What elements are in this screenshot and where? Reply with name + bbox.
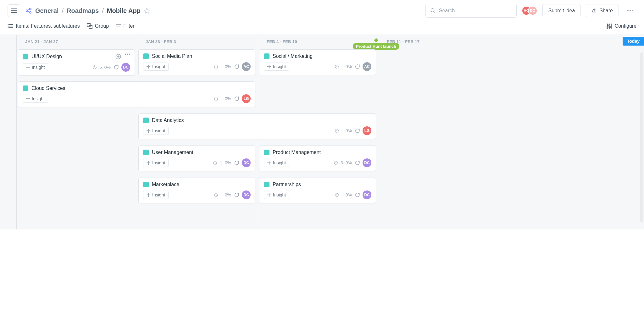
color-tag	[23, 54, 28, 59]
crumb-roadmaps[interactable]: Roadmaps	[67, 7, 99, 14]
column-separator	[16, 35, 17, 229]
crumb-general[interactable]: General	[35, 7, 58, 14]
card-title: Partnerships	[273, 182, 371, 187]
progress-value: 0%	[346, 64, 352, 69]
comments-icon[interactable]	[354, 160, 360, 166]
svg-point-5	[630, 10, 631, 11]
insight-button[interactable]: Insight	[264, 159, 289, 167]
search-box[interactable]	[425, 4, 517, 18]
column-separator	[258, 35, 258, 229]
search-input[interactable]	[439, 8, 512, 14]
card-title: Marketplace	[152, 182, 251, 187]
menu-button[interactable]	[8, 4, 20, 17]
card-metrics: -0%AC	[335, 62, 371, 71]
column-separator	[137, 35, 137, 229]
progress-value: 0%	[225, 96, 231, 101]
progress-value: 0%	[346, 128, 352, 133]
assignee-avatar[interactable]: DC	[363, 190, 371, 199]
configure-button[interactable]: Configure	[607, 23, 636, 29]
count-value: -	[221, 192, 222, 197]
svg-point-4	[627, 10, 629, 11]
card-metrics: -0%LG	[335, 126, 371, 135]
column-label: JAN 21 - JAN 27	[25, 39, 58, 44]
svg-point-6	[632, 10, 633, 11]
assignee-avatar[interactable]: DC	[363, 158, 371, 167]
column-label: JAN 28 - FEB 3	[146, 39, 176, 44]
timeline-card[interactable]: Social Media PlanInsight-0%AC	[138, 49, 255, 75]
comments-icon[interactable]	[234, 96, 239, 102]
svg-point-1	[30, 8, 31, 10]
timeline-card[interactable]: PartnershipsInsight-0%DC	[259, 178, 376, 203]
comments-icon[interactable]	[354, 192, 360, 198]
diamond-icon	[374, 38, 378, 42]
timeline-card[interactable]: User ManagementInsight10%DC	[138, 146, 255, 171]
clock-icon	[214, 96, 218, 101]
assignee-avatar[interactable]: AC	[242, 62, 251, 71]
group-button[interactable]: Group	[87, 23, 109, 29]
insight-button[interactable]: Insight	[264, 191, 289, 199]
assignee-avatar[interactable]: LG	[363, 126, 371, 135]
presence-avatars[interactable]: AC DC	[522, 6, 537, 15]
comments-icon[interactable]	[354, 64, 360, 69]
assignee-avatar[interactable]: DC	[121, 63, 130, 72]
svg-point-8	[8, 26, 9, 27]
count-value: -	[221, 96, 222, 101]
progress-value: 0%	[346, 192, 352, 197]
progress-value: 0%	[225, 192, 231, 197]
today-button[interactable]: Today	[623, 37, 644, 46]
color-tag	[143, 150, 149, 155]
card-metrics: -0%LG	[214, 94, 251, 103]
timeline-card[interactable]: Data AnalyticsInsight-0%LG	[138, 113, 376, 139]
filter-button[interactable]: Filter	[116, 23, 135, 29]
timeline-card[interactable]: MarketplaceInsight-0%DC	[138, 178, 255, 203]
milestone-marker[interactable]: Product Hunt launch	[353, 43, 399, 50]
sliders-icon	[607, 24, 612, 29]
comments-icon[interactable]	[113, 64, 119, 70]
breadcrumb: General / Roadmaps / Mobile App	[25, 7, 150, 14]
insight-button[interactable]: Insight	[143, 159, 169, 167]
list-icon	[8, 24, 13, 28]
insight-button[interactable]: Insight	[264, 63, 289, 71]
add-subitem-button[interactable]	[115, 53, 121, 60]
column-label: FEB 4 - FEB 10	[267, 39, 297, 44]
items-filter[interactable]: Items: Features, subfeatures	[8, 23, 80, 29]
color-tag	[264, 182, 269, 187]
clock-icon	[214, 193, 218, 197]
more-button[interactable]	[624, 4, 636, 17]
insight-button[interactable]: Insight	[143, 63, 169, 71]
comments-icon[interactable]	[234, 192, 239, 198]
card-metrics: -0%DC	[214, 190, 251, 199]
submit-idea-button[interactable]: Submit idea	[542, 4, 581, 17]
comments-icon[interactable]	[234, 160, 239, 166]
timeline-card[interactable]: UI/UX DesignInsight50%DC	[18, 49, 135, 76]
assignee-avatar[interactable]: DC	[242, 190, 251, 199]
insight-button[interactable]: Insight	[23, 95, 48, 103]
svg-point-2	[30, 12, 31, 14]
scrollbar[interactable]	[640, 52, 643, 222]
app-logo-icon	[25, 7, 32, 14]
comments-icon[interactable]	[234, 64, 239, 69]
timeline-card[interactable]: Product ManagementInsight30%DC	[259, 146, 376, 171]
count-value: 3	[341, 160, 343, 165]
share-button[interactable]: Share	[586, 4, 619, 17]
favorite-button[interactable]	[144, 8, 150, 14]
assignee-avatar[interactable]: LG	[242, 94, 251, 103]
comments-icon[interactable]	[354, 128, 360, 134]
assignee-avatar[interactable]: AC	[363, 62, 371, 71]
card-menu-button[interactable]	[125, 53, 130, 60]
timeline-card[interactable]: Social / MarketingInsight-0%AC	[259, 49, 376, 75]
clock-icon	[335, 193, 339, 197]
insight-button[interactable]: Insight	[143, 127, 169, 135]
color-tag	[264, 53, 269, 59]
svg-point-13	[608, 25, 610, 26]
hamburger-icon	[11, 8, 17, 13]
insight-button[interactable]: Insight	[143, 191, 169, 199]
assignee-avatar[interactable]: DC	[242, 158, 251, 167]
insight-button[interactable]: Insight	[23, 63, 48, 71]
crumb-current[interactable]: Mobile App	[107, 7, 141, 14]
count-value: -	[341, 64, 343, 69]
progress-value: 0%	[225, 160, 231, 165]
timeline-body[interactable]: UI/UX DesignInsight50%DCSocial Media Pla…	[0, 49, 639, 229]
card-title: Social / Marketing	[273, 53, 371, 59]
clock-icon	[92, 65, 97, 69]
